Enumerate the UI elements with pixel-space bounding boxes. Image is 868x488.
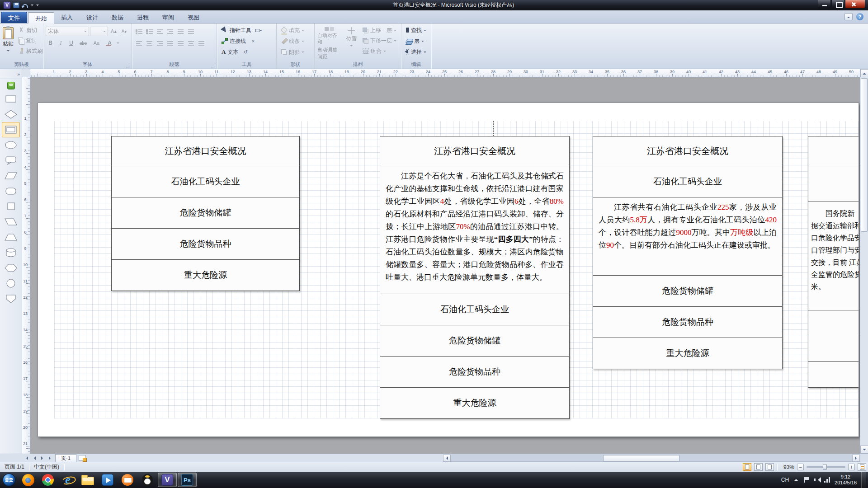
format-painter-button[interactable]: 格式刷	[16, 46, 45, 56]
grow-font-button[interactable]	[109, 27, 118, 36]
taskbar-internet-explorer[interactable]	[58, 473, 77, 487]
font-color-button[interactable]	[104, 38, 116, 47]
page-indicator[interactable]: 页面 1/1	[0, 463, 29, 471]
scroll-up-icon[interactable]	[860, 69, 868, 77]
fit-page-button[interactable]	[858, 463, 866, 471]
paragraph-dialog-launcher-icon[interactable]	[211, 63, 215, 67]
start-button[interactable]	[0, 472, 18, 488]
stencil-shape-diamond[interactable]	[2, 107, 20, 122]
stencil-shape-framed-rectangle[interactable]	[2, 122, 20, 137]
flow-box-menu[interactable]: 危险货物品种	[380, 356, 570, 388]
text-tool-button[interactable]: 文本	[219, 47, 241, 57]
undo-icon[interactable]	[22, 4, 28, 8]
flow-box-menu[interactable]: 石油化工码头企业	[593, 166, 783, 197]
stencil-shape-cylinder[interactable]	[2, 245, 20, 260]
language-indicator[interactable]: 中文(中国)	[29, 463, 64, 471]
stencil-shape-parallelogram-2[interactable]	[2, 214, 20, 230]
flow-box-menu[interactable]: 重大危险源	[380, 387, 570, 419]
first-page-button[interactable]	[23, 455, 31, 462]
justify-button[interactable]	[165, 39, 175, 48]
tab-home[interactable]: 开始	[28, 12, 54, 23]
tab-file[interactable]: 文件	[1, 12, 27, 23]
expand-shapes-panel-icon[interactable]	[0, 69, 22, 79]
stencil-shape-ellipse[interactable]	[2, 137, 20, 153]
shadow-button[interactable]: 阴影	[279, 47, 312, 57]
bold-button[interactable]	[46, 38, 55, 47]
taskbar-qq[interactable]	[138, 473, 157, 487]
flow-box-menu[interactable]: 危险货物品种	[111, 228, 300, 260]
decrease-indent-button[interactable]	[155, 27, 165, 36]
taskbar-visio[interactable]	[158, 473, 177, 487]
scroll-left-icon[interactable]	[443, 455, 451, 462]
increase-indent-button[interactable]	[165, 27, 175, 36]
align-bottom-button[interactable]	[197, 39, 206, 48]
tab-data[interactable]: 数据	[105, 12, 130, 23]
normal-view-button[interactable]	[743, 463, 751, 471]
flow-box-menu[interactable]: 危险货物品种	[593, 306, 783, 338]
stencil-icon[interactable]	[7, 82, 15, 89]
last-page-button[interactable]	[46, 455, 54, 462]
tab-insert[interactable]: 插入	[54, 12, 80, 23]
taskbar-media-player[interactable]	[98, 473, 117, 487]
taskbar-photoshop[interactable]	[178, 473, 197, 487]
tab-process[interactable]: 进程	[130, 12, 156, 23]
vertical-scroll-thumb[interactable]	[861, 78, 868, 232]
flow-box-menu[interactable]	[808, 136, 859, 166]
bring-forward-button[interactable]: 上移一层	[360, 25, 399, 35]
taskbar-explorer[interactable]	[78, 473, 97, 487]
taskbar-clock[interactable]: 9:12 2014/5/16	[835, 474, 857, 486]
text-direction-button[interactable]	[186, 27, 196, 36]
help-icon[interactable]	[856, 13, 863, 20]
flow-box-title[interactable]: 江苏省港口安全概况	[593, 136, 783, 166]
flow-box-menu[interactable]: 危险货物储罐	[593, 275, 783, 307]
show-desktop-button[interactable]	[861, 472, 866, 488]
flow-box-menu[interactable]: 危险货物储罐	[111, 197, 300, 229]
network-icon[interactable]	[824, 477, 830, 483]
flow-box-menu[interactable]	[808, 166, 859, 202]
tab-review[interactable]: 审阅	[156, 12, 181, 23]
minimize-ribbon-icon[interactable]	[844, 13, 853, 20]
rectangle-tool-button[interactable]	[255, 26, 263, 34]
shrink-font-button[interactable]	[119, 27, 129, 36]
stencil-shape-hexagon[interactable]	[2, 260, 20, 276]
horizontal-ruler[interactable]: 1234567891011121314151617181920212223242…	[30, 69, 860, 77]
change-case-button[interactable]	[90, 38, 103, 47]
align-middle-button[interactable]	[186, 39, 196, 48]
full-screen-view-button[interactable]	[754, 463, 763, 471]
horizontal-scroll-thumb[interactable]	[603, 455, 679, 462]
flow-box-paragraph[interactable]: 江苏省共有石油化工码头企业225家，涉及从业人员大约5.8万人，拥有专业化石油化…	[593, 197, 783, 276]
numbering-button[interactable]	[145, 27, 154, 36]
copy-button[interactable]: 复制	[16, 36, 45, 46]
minimize-button[interactable]	[818, 0, 831, 9]
align-left-button[interactable]	[134, 39, 144, 48]
connector-tool-button[interactable]: 连接线	[219, 36, 248, 46]
paste-button[interactable]: 粘贴	[2, 25, 14, 61]
strikethrough-button[interactable]	[77, 38, 90, 47]
input-language-indicator[interactable]: CH	[781, 477, 789, 483]
scroll-right-icon[interactable]	[852, 455, 860, 462]
hidden-icons-icon[interactable]	[793, 477, 799, 483]
position-button[interactable]: 位置	[344, 25, 359, 61]
bullets-button[interactable]	[134, 27, 144, 36]
flow-box-menu[interactable]	[808, 310, 859, 336]
font-name-select[interactable]: 宋体	[46, 27, 89, 36]
stencil-shape-parallelogram[interactable]	[2, 168, 20, 183]
pointer-tool-button[interactable]: 指针工具	[219, 25, 254, 35]
action-center-icon[interactable]	[803, 477, 810, 483]
italic-button[interactable]	[56, 38, 66, 47]
auto-align-button[interactable]: 自动对齐和 自动调整间距	[317, 25, 343, 61]
flow-box-menu[interactable]	[808, 361, 859, 388]
vertical-scrollbar[interactable]	[860, 69, 868, 454]
paste-dropdown-icon[interactable]	[7, 50, 9, 53]
stencil-shape-rounded-rectangle[interactable]	[2, 183, 20, 199]
cut-button[interactable]: 剪切	[16, 25, 45, 35]
maximize-button[interactable]	[831, 0, 844, 9]
taskbar-firefox[interactable]	[19, 473, 38, 487]
save-icon[interactable]	[13, 2, 19, 8]
flow-box-title[interactable]: 江苏省港口安全概况	[380, 136, 570, 166]
flow-box-menu[interactable]: 危险货物储罐	[380, 325, 570, 357]
send-backward-button[interactable]: 下移一层	[360, 36, 399, 46]
scroll-down-icon[interactable]	[860, 446, 868, 454]
zoom-in-button[interactable]: +	[848, 464, 855, 470]
vertical-ruler[interactable]: 123456789101112131415161718192021	[22, 77, 30, 454]
